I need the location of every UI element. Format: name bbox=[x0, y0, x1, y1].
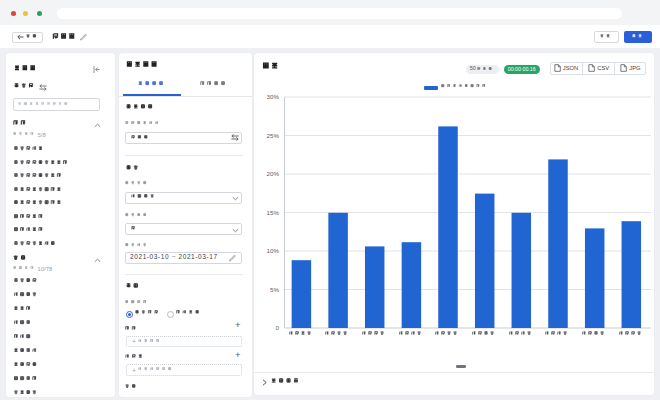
svg-text:30%: 30% bbox=[266, 93, 279, 100]
svg-text:10%: 10% bbox=[266, 247, 279, 254]
svg-text:25%: 25% bbox=[266, 132, 279, 139]
svg-text:0: 0 bbox=[275, 324, 279, 331]
svg-text:15%: 15% bbox=[266, 209, 279, 216]
svg-text:5%: 5% bbox=[270, 286, 279, 293]
svg-text:20%: 20% bbox=[266, 170, 279, 177]
